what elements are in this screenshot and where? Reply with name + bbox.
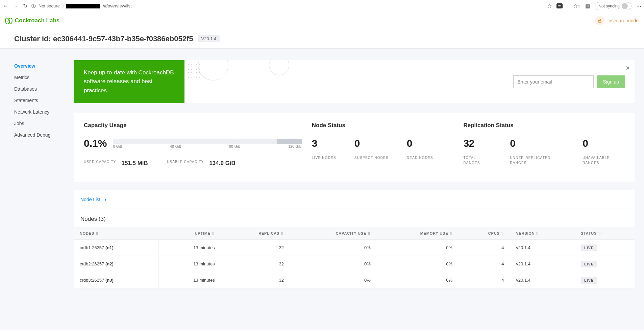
table-row[interactable]: crdb3:26257 (n3)13 minutes320%0%4v20.1.4… [74, 272, 635, 288]
sidebar-item-advanced-debug[interactable]: Advanced Debug [14, 129, 74, 141]
app-header: Cockroach Labs Insecure mode [0, 12, 644, 29]
cell-memory: 0% [377, 256, 459, 272]
column-header-replicas[interactable]: REPLICAS⇅ [221, 227, 290, 240]
sync-status[interactable]: Not syncing [595, 2, 631, 10]
column-header-nodes[interactable]: NODES⇅ [74, 227, 158, 240]
sidebar: OverviewMetricsDatabasesStatementsNetwor… [0, 49, 74, 302]
cell-version: v20.1.4 [510, 272, 575, 288]
unavailable-ranges-count: 0 [583, 138, 624, 149]
sort-icon: ⇅ [501, 232, 504, 235]
cell-memory: 0% [377, 272, 459, 288]
under-replicated-count: 0 [510, 138, 564, 149]
usable-capacity-value: 134.9 GiB [209, 160, 236, 167]
back-icon[interactable]: ← [3, 3, 8, 9]
capacity-tick: 0 GiB [113, 145, 122, 148]
cell-replicas: 32 [221, 272, 290, 288]
cell-uptime: 13 minutes [158, 240, 221, 256]
capacity-bar [113, 139, 301, 144]
cell-memory: 0% [377, 240, 459, 256]
url-path: /#/overview/list [103, 3, 131, 8]
cell-version: v20.1.4 [510, 256, 575, 272]
cell-replicas: 32 [221, 240, 290, 256]
used-capacity-value: 151.5 MiB [121, 160, 148, 167]
chevron-down-icon: ▼ [104, 198, 107, 202]
column-header-status[interactable]: STATUS⇅ [575, 227, 635, 240]
node-list-dropdown[interactable]: Node List ▼ [80, 197, 107, 202]
banner-decoration [184, 60, 507, 103]
unavailable-ranges-label: UNAVAILABLE RANGES [583, 155, 624, 165]
cell-replicas: 32 [221, 256, 290, 272]
sidebar-item-databases[interactable]: Databases [14, 83, 74, 95]
cluster-id-bar: Cluster id: ec306441-9c57-43b7-b35e-f038… [0, 29, 644, 49]
cell-node: crdb3:26257 (n3) [74, 272, 158, 288]
suspect-nodes-label: SUSPECT NODES [354, 155, 389, 160]
lock-icon [595, 16, 604, 25]
brand-logo[interactable]: Cockroach Labs [5, 17, 59, 24]
status-badge: LIVE [581, 261, 597, 267]
not-secure-label: Not secure [39, 3, 60, 8]
sort-icon: ⇅ [536, 232, 539, 235]
sort-icon: ⇅ [212, 232, 215, 235]
sort-icon: ⇅ [368, 232, 371, 235]
sidebar-item-jobs[interactable]: Jobs [14, 118, 74, 129]
signup-button[interactable]: Sign up [597, 75, 625, 88]
under-replicated-label: UNDER-REPLICATED RANGES [510, 155, 564, 165]
total-ranges-count: 32 [463, 138, 492, 149]
dead-nodes-label: DEAD NODES [407, 155, 433, 160]
close-icon[interactable]: ✕ [625, 65, 630, 71]
status-badge: LIVE [581, 244, 597, 251]
forward-icon[interactable]: → [13, 3, 18, 9]
total-ranges-label: TOTAL RANGES [463, 155, 492, 165]
table-row[interactable]: crdb2:26257 (n2)13 minutes320%0%4v20.1.4… [74, 256, 635, 272]
nodes-panel: Node List ▼ Nodes (3) NODES⇅UPTIME⇅REPLI… [74, 190, 635, 288]
cell-cpus: 4 [459, 240, 510, 256]
column-header-uptime[interactable]: UPTIME⇅ [158, 227, 221, 240]
favorite-icon[interactable]: ☆ [547, 3, 552, 9]
capacity-tick: 80 GiB [229, 145, 241, 148]
refresh-icon[interactable]: ↻ [23, 3, 27, 9]
cell-capacity: 0% [290, 256, 377, 272]
sort-icon: ⇅ [96, 232, 99, 235]
cell-node: crdb1:26257 (n1) [74, 240, 158, 256]
cell-capacity: 0% [290, 272, 377, 288]
extension-badge[interactable]: ••• [556, 3, 563, 8]
svg-rect-0 [598, 20, 601, 22]
column-header-version[interactable]: VERSION⇅ [510, 227, 575, 240]
cell-status: LIVE [575, 256, 635, 272]
live-nodes-count: 3 [312, 138, 336, 149]
cell-version: v20.1.4 [510, 240, 575, 256]
dead-nodes-count: 0 [407, 138, 433, 149]
sidebar-item-overview[interactable]: Overview [14, 60, 74, 72]
column-header-capacity-use[interactable]: CAPACITY USE⇅ [290, 227, 377, 240]
cell-status: LIVE [575, 240, 635, 256]
cell-cpus: 4 [459, 256, 510, 272]
signup-banner: Keep up-to-date with CockroachDB softwar… [74, 60, 635, 103]
live-nodes-label: LIVE NODES [312, 155, 336, 160]
version-badge: V20.1.4 [198, 35, 220, 42]
insecure-mode-indicator: Insecure mode [595, 16, 639, 25]
status-badge: LIVE [581, 277, 597, 284]
table-row[interactable]: crdb1:26257 (n1)13 minutes320%0%4v20.1.4… [74, 240, 635, 256]
more-icon[interactable]: ⋯ [636, 3, 641, 9]
column-header-cpus[interactable]: CPUS⇅ [459, 227, 510, 240]
info-icon: ⓘ [31, 3, 36, 9]
nodes-table: NODES⇅UPTIME⇅REPLICAS⇅CAPACITY USE⇅MEMOR… [74, 227, 635, 288]
favorites-list-icon[interactable]: ☆≡ [573, 3, 581, 9]
capacity-percent: 0.1% [84, 138, 107, 149]
cell-uptime: 13 minutes [158, 256, 221, 272]
column-header-memory-use[interactable]: MEMORY USE⇅ [377, 227, 459, 240]
cell-node: crdb2:26257 (n2) [74, 256, 158, 272]
sidebar-item-statements[interactable]: Statements [14, 95, 74, 106]
avatar-icon [622, 3, 628, 9]
collections-icon[interactable]: ▦ [585, 3, 590, 9]
email-input[interactable] [513, 75, 594, 88]
suspect-nodes-count: 0 [354, 138, 389, 149]
address-bar[interactable]: ⓘ Not secure | /#/overview/list [31, 3, 543, 9]
page-title: Cluster id: ec306441-9c57-43b7-b35e-f038… [14, 34, 193, 43]
sort-icon: ⇅ [598, 232, 601, 235]
cell-capacity: 0% [290, 240, 377, 256]
replication-status-title: Replication Status [463, 122, 624, 129]
summary-panel: Capacity Usage 0.1% 0 GiB40 GiB80 GiB120… [74, 113, 635, 182]
sidebar-item-network-latency[interactable]: Network Latency [14, 106, 74, 118]
sidebar-item-metrics[interactable]: Metrics [14, 72, 74, 83]
